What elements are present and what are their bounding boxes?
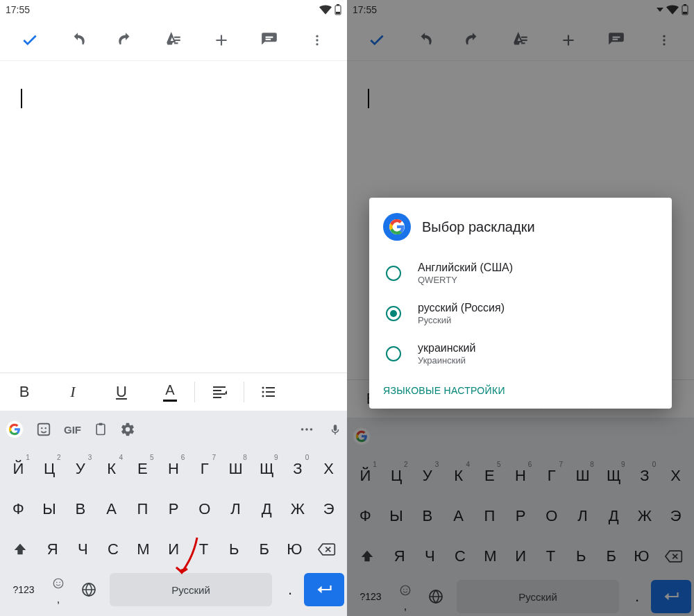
radio-button[interactable] [386,306,401,321]
layout-option[interactable]: Английский (США)QWERTY [383,253,658,293]
virtual-keyboard: Й1Ц2У3К4Е5Н6Г7Ш8Щ9З0Х ФЫВАПРОЛДЖЭ ЯЧСМИТ… [0,448,347,616]
bullet-list-icon [260,384,277,400]
google-icon [8,423,21,436]
key-Ж[interactable]: Ж [282,493,314,526]
italic-button[interactable]: I [49,373,97,411]
gboard-app-icon [383,213,411,241]
svg-point-17 [262,395,264,397]
option-primary-label: Английский (США) [418,262,513,274]
undo-button[interactable] [64,26,92,54]
svg-point-26 [310,428,313,431]
settings-button[interactable] [120,422,135,437]
key-Ф[interactable]: Ф [3,493,34,526]
key-Х[interactable]: Х [313,452,344,486]
key-К[interactable]: К4 [96,452,127,486]
backspace-icon [318,542,336,556]
key-Б[interactable]: Б [249,533,280,566]
layout-chooser-dialog: Выбор раскладки Английский (США)QWERTYру… [369,198,672,409]
key-О[interactable]: О [189,493,220,526]
backspace-key[interactable] [310,533,344,566]
radio-button[interactable] [386,266,401,281]
sticker-button[interactable] [36,422,51,437]
key-Н[interactable]: Н6 [158,452,189,486]
redo-button[interactable] [112,26,139,54]
key-У[interactable]: У3 [65,452,96,486]
layout-option[interactable]: украинскийУкраинский [383,334,658,374]
svg-point-7 [316,39,319,41]
done-button[interactable] [16,26,44,54]
language-switch-key[interactable] [72,573,105,606]
globe-icon [81,581,97,598]
menu-button[interactable] [303,26,331,54]
key-Ь[interactable]: Ь [219,533,249,566]
symbols-key[interactable]: ?123 [3,573,44,606]
key-Л[interactable]: Л [220,493,251,526]
key-Ч[interactable]: Ч [68,533,99,566]
key-Е[interactable]: Е5 [127,452,158,486]
key-З[interactable]: З0 [282,452,314,486]
format-button[interactable] [160,26,187,54]
undo-icon [69,31,87,49]
format-bar: B I U A [0,373,347,411]
document-area[interactable] [0,61,347,373]
gif-button[interactable]: GIF [64,424,81,436]
key-Щ[interactable]: Щ9 [251,452,282,486]
emoji-icon [52,577,65,590]
key-Ц[interactable]: Ц2 [34,452,65,486]
svg-rect-9 [213,386,226,388]
comments-button[interactable] [255,26,283,54]
svg-rect-18 [266,395,275,397]
bold-button[interactable]: B [0,373,49,411]
status-bar: 17:55 [0,0,347,19]
key-Ы[interactable]: Ы [34,493,65,526]
text-color-button[interactable]: A [146,373,194,411]
google-search-button[interactable] [6,420,24,438]
voice-input-button[interactable] [329,421,341,438]
comment-icon [260,31,278,49]
shift-key[interactable] [3,533,37,566]
clipboard-button[interactable] [94,422,108,437]
key-Т[interactable]: Т [189,533,219,566]
key-В[interactable]: В [65,493,96,526]
underline-button[interactable]: U [97,373,146,411]
option-primary-label: украинский [418,342,475,354]
align-button[interactable] [195,373,244,411]
key-А[interactable]: А [96,493,127,526]
svg-rect-4 [174,39,180,40]
check-icon [21,31,39,49]
period-key[interactable]: . [276,573,304,606]
svg-rect-16 [266,391,275,393]
shift-icon [12,542,28,557]
clipboard-icon [94,422,108,437]
space-key[interactable]: Русский [110,573,272,606]
key-И[interactable]: И [158,533,189,566]
suggestions-bar: GIF [0,411,347,448]
plus-icon [212,31,230,49]
more-horiz-icon [297,422,316,437]
battery-icon [335,4,341,15]
key-С[interactable]: С [98,533,128,566]
svg-point-13 [262,387,264,389]
radio-button[interactable] [386,346,401,361]
layout-option[interactable]: русский (Россия)Русский [383,293,658,334]
key-Д[interactable]: Д [251,493,282,526]
key-Р[interactable]: Р [158,493,189,526]
add-button[interactable] [208,26,235,54]
key-Г[interactable]: Г7 [189,452,220,486]
enter-key[interactable] [304,573,344,606]
key-П[interactable]: П [127,493,158,526]
key-Ю[interactable]: Ю [280,533,310,566]
language-settings-link[interactable]: ЯЗЫКОВЫЕ НАСТРОЙКИ [383,385,658,396]
svg-point-21 [45,427,46,429]
key-Я[interactable]: Я [37,533,68,566]
emoji-key[interactable]: , [44,573,72,606]
more-suggestions-button[interactable] [297,422,316,437]
key-Э[interactable]: Э [313,493,344,526]
app-toolbar [0,19,347,61]
list-button[interactable] [244,373,293,411]
key-Й[interactable]: Й1 [3,452,34,486]
svg-point-28 [56,582,58,583]
more-vert-icon [310,31,324,49]
key-Ш[interactable]: Ш8 [220,452,251,486]
key-М[interactable]: М [128,533,159,566]
